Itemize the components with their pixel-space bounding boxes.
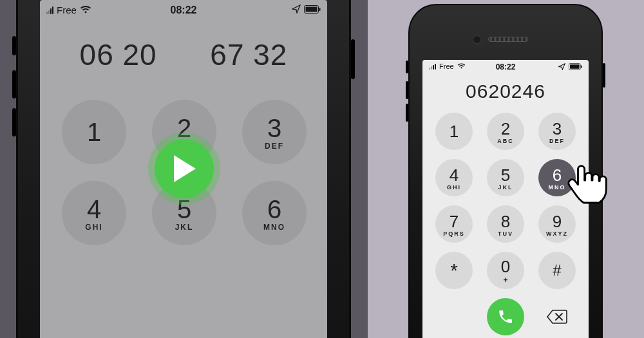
key-3[interactable]: 3DEF bbox=[538, 113, 576, 150]
status-bar: Free 08:22 bbox=[40, 0, 327, 19]
key-1[interactable]: 1 bbox=[435, 113, 473, 150]
key-5[interactable]: 5JKL bbox=[487, 159, 524, 196]
volume-down-button bbox=[12, 108, 16, 136]
key-4[interactable]: 4GHI bbox=[435, 159, 473, 196]
volume-down-button bbox=[406, 104, 408, 122]
battery-icon bbox=[304, 5, 321, 15]
screen: Free 08:22 06202 bbox=[422, 60, 589, 338]
play-button[interactable] bbox=[155, 139, 214, 198]
power-button bbox=[351, 39, 355, 79]
key-4[interactable]: 4GHI bbox=[62, 181, 126, 245]
location-icon bbox=[558, 62, 565, 72]
key-6[interactable]: 6MNO bbox=[242, 181, 307, 245]
volume-up-button bbox=[12, 70, 16, 99]
clock: 08:22 bbox=[40, 5, 327, 16]
dialed-number: 06 20 67 32 bbox=[40, 37, 327, 72]
volume-up-button bbox=[406, 81, 408, 99]
key-0[interactable]: 0+ bbox=[487, 252, 524, 289]
key-star[interactable]: * bbox=[435, 252, 473, 289]
earpiece-speaker bbox=[488, 37, 528, 42]
status-bar: Free 08:22 bbox=[422, 60, 589, 73]
key-6[interactable]: 6MNO bbox=[538, 159, 576, 196]
location-icon bbox=[292, 5, 301, 15]
dialed-number: 0620246 bbox=[422, 80, 589, 102]
key-blank bbox=[435, 298, 473, 335]
svg-rect-2 bbox=[319, 8, 321, 11]
backspace-icon bbox=[547, 310, 567, 324]
camera-sensor bbox=[473, 35, 481, 44]
key-9[interactable]: 9WXYZ bbox=[538, 205, 576, 243]
key-1[interactable]: 1 bbox=[62, 100, 126, 164]
phone-body: Free 08:22 06202 bbox=[410, 5, 601, 338]
key-7[interactable]: 7PQRS bbox=[435, 205, 473, 243]
key-hash[interactable]: # bbox=[538, 252, 576, 289]
power-button bbox=[603, 63, 605, 88]
keypad: 1 2ABC 3DEF 4GHI 5JKL 6MNO 7PQRS 8TUV 9W… bbox=[435, 113, 576, 335]
mute-switch bbox=[406, 61, 408, 73]
key-8[interactable]: 8TUV bbox=[487, 205, 524, 243]
svg-rect-1 bbox=[306, 6, 317, 12]
key-2[interactable]: 2ABC bbox=[487, 113, 524, 150]
svg-rect-5 bbox=[581, 65, 582, 68]
delete-button[interactable] bbox=[538, 298, 576, 335]
call-button[interactable] bbox=[487, 298, 524, 335]
key-3[interactable]: 3DEF bbox=[242, 100, 307, 164]
mute-switch bbox=[12, 36, 16, 55]
battery-icon bbox=[569, 62, 582, 72]
phone-icon bbox=[497, 308, 514, 325]
phone-right: Free 08:22 06202 bbox=[408, 4, 603, 338]
svg-rect-4 bbox=[570, 64, 580, 68]
